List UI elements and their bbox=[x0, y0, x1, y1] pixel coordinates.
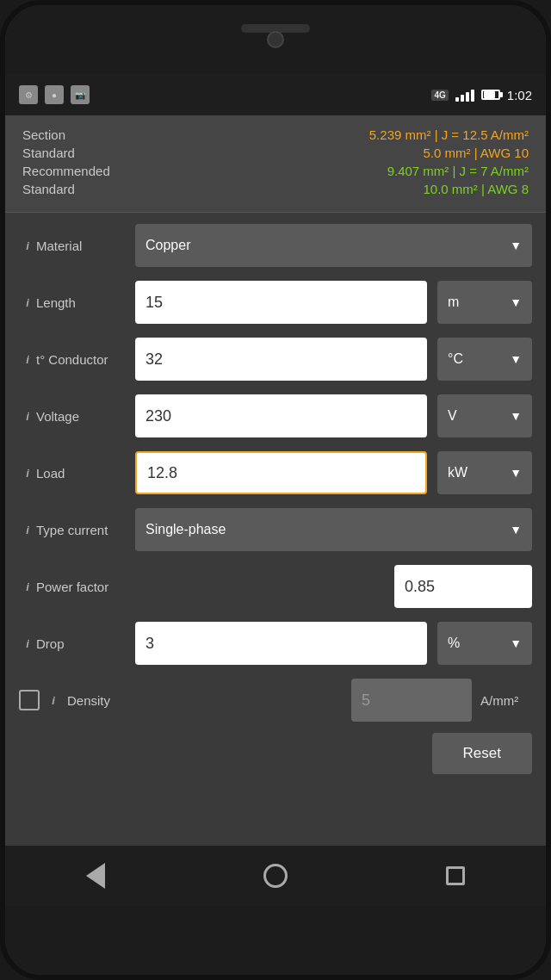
phone-top-hardware bbox=[5, 5, 546, 74]
settings-icon: ⚙ bbox=[19, 85, 38, 104]
clock: 1:02 bbox=[507, 88, 532, 102]
load-unit-arrow: ▼ bbox=[510, 466, 522, 480]
voltage-label: Voltage bbox=[36, 409, 135, 424]
drop-label: Drop bbox=[36, 636, 135, 651]
material-dropdown[interactable]: Copper ▼ bbox=[135, 224, 532, 267]
material-label: Material bbox=[36, 239, 135, 253]
nav-recent-button[interactable] bbox=[434, 854, 477, 897]
recommended-result-row: Recommended 9.407 mm² | J = 7 A/mm² bbox=[22, 164, 529, 178]
recommended-value: 9.407 mm² | J = 7 A/mm² bbox=[387, 164, 529, 178]
density-row: i Density A/mm² bbox=[19, 676, 532, 724]
load-input[interactable] bbox=[135, 451, 427, 494]
density-info-icon[interactable]: i bbox=[45, 692, 62, 709]
lte-badge: 4G bbox=[431, 90, 448, 101]
standard2-label: Standard bbox=[22, 182, 75, 196]
phone-bottom-hardware bbox=[5, 906, 546, 975]
material-info-icon[interactable]: i bbox=[19, 237, 36, 254]
density-checkbox[interactable] bbox=[19, 690, 40, 710]
voltage-row: i Voltage V ▼ bbox=[19, 392, 532, 440]
length-unit-dropdown[interactable]: m ▼ bbox=[437, 281, 532, 324]
results-section: Section 5.239 mm² | J = 12.5 A/mm² Stand… bbox=[5, 115, 546, 213]
nav-back-button[interactable] bbox=[74, 854, 117, 897]
conductor-unit-text: °C bbox=[448, 351, 463, 367]
length-row: i Length m ▼ bbox=[19, 278, 532, 326]
length-info-icon[interactable]: i bbox=[19, 294, 36, 311]
drop-input[interactable] bbox=[135, 622, 427, 665]
signal-icon bbox=[455, 88, 474, 102]
back-icon bbox=[86, 863, 105, 889]
reset-button[interactable]: Reset bbox=[432, 733, 532, 774]
drop-info-icon[interactable]: i bbox=[19, 635, 36, 652]
standard1-label: Standard bbox=[22, 146, 75, 160]
density-unit: A/mm² bbox=[480, 693, 532, 708]
load-unit-dropdown[interactable]: kW ▼ bbox=[437, 451, 532, 494]
standard1-value: 5.0 mm² | AWG 10 bbox=[423, 146, 529, 160]
length-label: Length bbox=[36, 295, 135, 310]
density-input bbox=[351, 679, 472, 722]
load-input-group: kW ▼ bbox=[135, 451, 532, 494]
voltage-unit-arrow: ▼ bbox=[510, 409, 522, 423]
type-current-info-icon[interactable]: i bbox=[19, 521, 36, 538]
circle-icon: ● bbox=[45, 85, 64, 104]
type-current-dropdown-text: Single-phase bbox=[145, 522, 226, 537]
conductor-label: t° Conductor bbox=[36, 352, 135, 367]
power-factor-info-icon[interactable]: i bbox=[19, 578, 36, 595]
camera-icon: 📷 bbox=[71, 85, 90, 104]
density-checkbox-area: i Density bbox=[19, 690, 110, 710]
conductor-unit-arrow: ▼ bbox=[510, 352, 522, 366]
conductor-input-group: °C ▼ bbox=[135, 338, 532, 381]
conductor-info-icon[interactable]: i bbox=[19, 350, 36, 368]
form-section: i Material Copper ▼ i Length m ▼ bbox=[5, 213, 546, 846]
nav-home-button[interactable] bbox=[254, 854, 297, 897]
voltage-unit-text: V bbox=[448, 408, 457, 424]
material-dropdown-text: Copper bbox=[145, 238, 190, 253]
conductor-row: i t° Conductor °C ▼ bbox=[19, 335, 532, 383]
status-right: 4G 1:02 bbox=[431, 88, 532, 102]
type-current-dropdown[interactable]: Single-phase ▼ bbox=[135, 508, 532, 551]
phone-camera bbox=[267, 31, 284, 48]
type-current-row: i Type current Single-phase ▼ bbox=[19, 506, 532, 554]
load-row: i Load kW ▼ bbox=[19, 449, 532, 497]
voltage-input[interactable] bbox=[135, 394, 427, 437]
material-row: i Material Copper ▼ bbox=[19, 221, 532, 270]
length-input-group: m ▼ bbox=[135, 281, 532, 324]
section-label: Section bbox=[22, 127, 65, 142]
voltage-info-icon[interactable]: i bbox=[19, 407, 36, 425]
length-unit-text: m bbox=[448, 295, 459, 310]
type-current-label: Type current bbox=[36, 523, 135, 537]
drop-row: i Drop % ▼ bbox=[19, 619, 532, 667]
load-info-icon[interactable]: i bbox=[19, 464, 36, 481]
recommended-label: Recommended bbox=[22, 164, 110, 178]
battery-fill bbox=[484, 91, 496, 98]
drop-unit-text: % bbox=[448, 636, 460, 651]
power-factor-row: i Power factor 0.85 bbox=[19, 562, 532, 611]
standard2-value: 10.0 mm² | AWG 8 bbox=[423, 182, 529, 196]
battery-icon bbox=[481, 90, 500, 100]
load-label: Load bbox=[36, 466, 135, 481]
status-left: ⚙ ● 📷 bbox=[19, 85, 90, 104]
standard2-result-row: Standard 10.0 mm² | AWG 8 bbox=[22, 182, 529, 196]
phone-shell: ⚙ ● 📷 4G 1:02 Section 5.239 mm² | J = 12… bbox=[0, 0, 551, 980]
power-factor-value: 0.85 bbox=[394, 565, 532, 608]
section-result-row: Section 5.239 mm² | J = 12.5 A/mm² bbox=[22, 127, 529, 142]
density-label: Density bbox=[67, 693, 110, 708]
home-icon bbox=[263, 864, 288, 888]
drop-input-group: % ▼ bbox=[135, 622, 532, 665]
recent-icon bbox=[446, 866, 465, 885]
standard1-result-row: Standard 5.0 mm² | AWG 10 bbox=[22, 146, 529, 160]
voltage-input-group: V ▼ bbox=[135, 394, 532, 437]
type-current-dropdown-arrow: ▼ bbox=[510, 523, 522, 537]
voltage-unit-dropdown[interactable]: V ▼ bbox=[437, 394, 532, 437]
status-bar: ⚙ ● 📷 4G 1:02 bbox=[5, 74, 546, 115]
length-input[interactable] bbox=[135, 281, 427, 324]
length-unit-arrow: ▼ bbox=[510, 295, 522, 309]
conductor-unit-dropdown[interactable]: °C ▼ bbox=[437, 338, 532, 381]
conductor-input[interactable] bbox=[135, 338, 427, 381]
drop-unit-dropdown[interactable]: % ▼ bbox=[437, 622, 532, 665]
drop-unit-arrow: ▼ bbox=[510, 636, 522, 650]
section-value: 5.239 mm² | J = 12.5 A/mm² bbox=[369, 127, 529, 142]
power-factor-label: Power factor bbox=[36, 580, 135, 594]
material-dropdown-arrow: ▼ bbox=[510, 239, 522, 252]
load-unit-text: kW bbox=[448, 465, 467, 481]
reset-row: Reset bbox=[19, 733, 532, 783]
